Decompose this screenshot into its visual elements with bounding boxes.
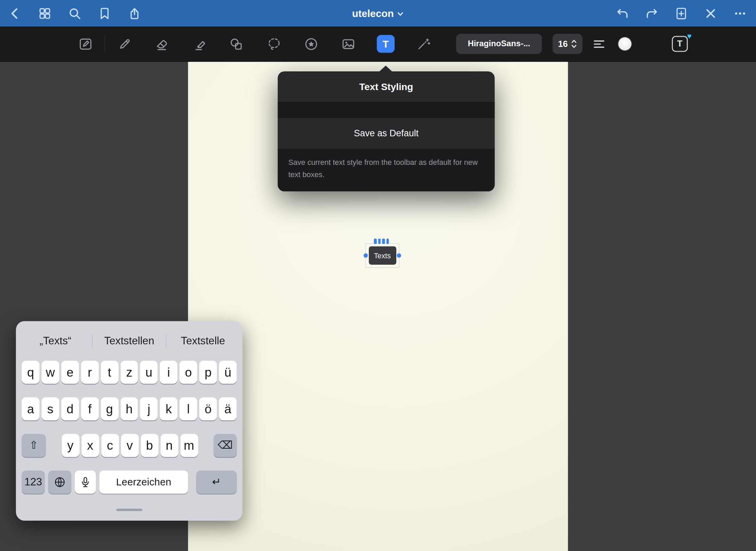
key-q[interactable]: q [22,361,39,384]
suggestion-1[interactable]: „Texts“ [19,331,92,351]
color-swatch-button[interactable] [618,37,631,50]
back-button[interactable] [8,6,22,21]
edit-toggle-button[interactable] [75,33,96,54]
font-family-button[interactable]: HiraginoSans-... [456,34,542,54]
keyboard: „Texts“TextstellenTextstelle qwertzuiopü… [16,321,243,521]
key-r[interactable]: r [81,361,99,384]
add-page-button[interactable] [674,6,689,21]
search-icon [68,6,82,20]
resize-handle-right[interactable] [397,253,401,258]
close-button[interactable] [703,6,718,21]
popover-divider-strip [278,102,495,118]
undo-icon [616,6,629,20]
text-tool-icon: T [383,38,389,50]
font-size-value: 16 [558,39,568,49]
document-title[interactable]: utelecon [352,7,404,19]
key-ö[interactable]: ö [199,397,217,420]
more-button[interactable] [733,6,748,21]
key-t[interactable]: t [101,361,118,384]
eraser-tool-button[interactable] [151,33,172,54]
thumbnails-button[interactable] [38,6,52,21]
eraser-icon [154,36,169,51]
globe-icon [53,476,66,488]
laser-pointer-icon [416,36,431,51]
key-b[interactable]: b [140,434,158,457]
key-m[interactable]: m [180,434,198,457]
key-e[interactable]: e [61,361,79,384]
tools-toolbar: T HiraginoSans-... 16 T ♥ [0,27,756,62]
key-j[interactable]: j [140,397,158,420]
undo-button[interactable] [615,6,630,21]
stepper-chevrons-icon [571,38,577,49]
shift-key[interactable]: ⇧ [22,434,46,457]
key-c[interactable]: c [101,434,119,457]
grid-icon [38,6,52,20]
key-w[interactable]: w [41,361,59,384]
textbox-selection-frame: Texts [366,244,399,267]
textbox-drag-handle[interactable] [374,239,389,244]
photo-tool-button[interactable] [338,33,359,54]
font-family-label: HiraginoSans-... [468,39,530,49]
globe-key[interactable] [48,470,71,494]
toolbar-separator [105,36,105,52]
lasso-tool-button[interactable] [263,33,284,54]
key-i[interactable]: i [160,361,177,384]
redo-button[interactable] [645,6,659,21]
save-as-default-button[interactable]: Save as Default [278,118,495,150]
return-key[interactable]: ↵ [196,470,237,494]
add-page-icon [674,6,688,20]
microphone-icon [79,476,92,488]
font-size-stepper[interactable]: 16 [552,34,582,54]
key-p[interactable]: p [199,361,217,384]
edit-toggle-icon [78,36,93,51]
highlighter-icon [193,36,208,51]
suggestion-2[interactable]: Textstellen [92,331,166,351]
alignment-button[interactable] [588,33,609,54]
elements-star-icon [304,36,319,51]
share-button[interactable] [127,6,142,21]
key-v[interactable]: v [121,434,138,457]
pen-tool-button[interactable] [114,33,135,54]
navigation-bar: utelecon [0,0,756,27]
key-y[interactable]: y [62,434,79,457]
suggestion-3[interactable]: Textstelle [166,331,240,351]
dictation-key[interactable] [75,470,96,494]
key-g[interactable]: g [101,397,118,420]
popover-header: Text Styling [278,71,495,102]
text-style-button[interactable]: T ♥ [672,36,688,52]
search-button[interactable] [68,6,82,21]
key-n[interactable]: n [160,434,178,457]
key-f[interactable]: f [81,397,99,420]
elements-tool-button[interactable] [300,33,322,54]
highlighter-tool-button[interactable] [189,33,210,54]
key-s[interactable]: s [41,397,59,420]
key-a[interactable]: a [22,397,39,420]
key-o[interactable]: o [179,361,197,384]
key-ä[interactable]: ä [219,397,237,420]
key-k[interactable]: k [160,397,177,420]
space-key[interactable]: Leerzeichen [99,470,188,494]
backspace-key[interactable]: ⌫ [213,434,237,457]
key-x[interactable]: x [81,434,99,457]
key-d[interactable]: d [61,397,79,420]
numbers-key[interactable]: 123 [22,470,45,494]
laser-pointer-tool-button[interactable] [413,33,434,54]
shapes-tool-button[interactable] [226,33,247,54]
close-icon [704,6,718,20]
text-styling-popover: Text Styling Save as Default Save curren… [278,71,495,191]
key-h[interactable]: h [120,397,138,420]
back-icon [8,6,22,20]
popover-title: Text Styling [359,81,413,92]
more-icon [733,6,747,20]
popover-description: Save current text style from the toolbar… [278,150,495,191]
bookmark-button[interactable] [98,6,112,21]
key-ü[interactable]: ü [219,361,237,384]
text-box[interactable]: Texts [368,246,396,265]
bookmark-icon [98,6,111,20]
key-l[interactable]: l [179,397,197,420]
text-tool-button[interactable]: T [377,35,394,53]
keyboard-drag-handle[interactable] [116,509,142,511]
key-z[interactable]: z [120,361,138,384]
key-u[interactable]: u [140,361,158,384]
resize-handle-left[interactable] [363,253,368,258]
